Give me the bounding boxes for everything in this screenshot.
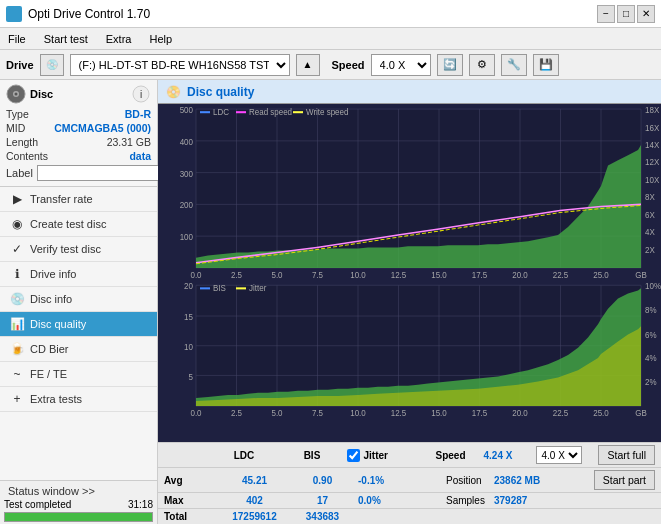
sidebar-item-label: Extra tests — [30, 393, 82, 405]
svg-text:BIS: BIS — [213, 284, 226, 293]
fe-te-icon: ~ — [10, 367, 24, 381]
sidebar-item-create-test-disc[interactable]: ◉ Create test disc — [0, 212, 157, 237]
sidebar-item-extra-tests[interactable]: + Extra tests — [0, 387, 157, 412]
disc-type-value: BD-R — [125, 108, 151, 120]
disc-quality-icon: 📊 — [10, 317, 24, 331]
menu-file[interactable]: File — [4, 31, 30, 47]
svg-text:12X: 12X — [645, 158, 660, 167]
svg-text:i: i — [140, 89, 142, 100]
svg-point-2 — [15, 93, 18, 96]
sidebar-item-disc-info[interactable]: 💿 Disc info — [0, 287, 157, 312]
status-window-button[interactable]: Status window >> — [4, 483, 153, 499]
avg-jitter-value: -0.1% — [358, 475, 438, 486]
drive-icon-btn[interactable]: 💿 — [40, 54, 64, 76]
svg-text:25.0: 25.0 — [593, 271, 609, 280]
disc-quality-header-icon: 📀 — [166, 85, 181, 99]
status-bar: Status window >> Test completed 31:18 — [0, 480, 157, 524]
svg-text:6%: 6% — [645, 330, 657, 339]
position-value: 23862 MB — [494, 475, 540, 486]
svg-text:17.5: 17.5 — [472, 409, 488, 418]
ldc-column-header: LDC — [211, 450, 276, 461]
sidebar-item-label: Create test disc — [30, 218, 106, 230]
cd-bier-icon: 🍺 — [10, 342, 24, 356]
disc-mid-value: CMCMAGBA5 (000) — [54, 122, 151, 134]
charts-wrapper: 500 400 300 200 100 18X 16X 14X 12X 10X … — [158, 104, 661, 442]
disc-length-row: Length 23.31 GB — [6, 136, 151, 148]
menu-extra[interactable]: Extra — [102, 31, 136, 47]
disc-contents-row: Contents data — [6, 150, 151, 162]
position-label: Position — [446, 475, 486, 486]
restore-button[interactable]: □ — [617, 5, 635, 23]
svg-text:500: 500 — [180, 106, 194, 115]
sidebar: Disc i Type BD-R MID CMCMAGBA5 (000) Len… — [0, 80, 158, 524]
status-text-row: Test completed 31:18 — [4, 499, 153, 510]
svg-text:10%: 10% — [645, 282, 661, 291]
disc-panel-icon: i — [131, 84, 151, 104]
sidebar-item-transfer-rate[interactable]: ▶ Transfer rate — [0, 187, 157, 212]
svg-rect-54 — [293, 111, 303, 113]
total-ldc-value: 17259612 — [222, 511, 287, 522]
create-test-disc-icon: ◉ — [10, 217, 24, 231]
sidebar-item-disc-quality[interactable]: 📊 Disc quality — [0, 312, 157, 337]
sidebar-item-fe-te[interactable]: ~ FE / TE — [0, 362, 157, 387]
svg-text:400: 400 — [180, 138, 194, 147]
sidebar-item-label: Transfer rate — [30, 193, 93, 205]
svg-text:0.0: 0.0 — [190, 409, 202, 418]
verify-test-disc-icon: ✓ — [10, 242, 24, 256]
disc-label-row: Label 🔍 — [6, 164, 151, 182]
total-bis-value: 343683 — [295, 511, 350, 522]
sidebar-item-verify-test-disc[interactable]: ✓ Verify test disc — [0, 237, 157, 262]
drive-select[interactable]: (F:) HL-DT-ST BD-RE WH16NS58 TST4 — [70, 54, 290, 76]
titlebar-left: Opti Drive Control 1.70 — [6, 6, 150, 22]
svg-text:2X: 2X — [645, 245, 655, 254]
sidebar-item-cd-bier[interactable]: 🍺 CD Bier — [0, 337, 157, 362]
settings-button2[interactable]: 🔧 — [501, 54, 527, 76]
svg-text:10.0: 10.0 — [350, 271, 366, 280]
start-part-button[interactable]: Start part — [594, 470, 655, 490]
svg-text:20.0: 20.0 — [512, 409, 528, 418]
svg-text:7.5: 7.5 — [312, 409, 324, 418]
svg-text:Jitter: Jitter — [249, 284, 267, 293]
svg-text:8%: 8% — [645, 306, 657, 315]
avg-label: Avg — [164, 475, 214, 486]
jitter-checkbox[interactable] — [347, 449, 360, 462]
close-button[interactable]: ✕ — [637, 5, 655, 23]
app-title: Opti Drive Control 1.70 — [28, 7, 150, 21]
menu-help[interactable]: Help — [145, 31, 176, 47]
speed-select[interactable]: 4.0 X 2.0 X 6.0 X 8.0 X — [371, 54, 431, 76]
svg-text:14X: 14X — [645, 141, 660, 150]
svg-text:0.0: 0.0 — [190, 271, 202, 280]
speed-stat-select[interactable]: 4.0 X — [536, 446, 582, 464]
menu-start-test[interactable]: Start test — [40, 31, 92, 47]
svg-rect-99 — [236, 287, 246, 289]
refresh-button[interactable]: 🔄 — [437, 54, 463, 76]
menubar: File Start test Extra Help — [0, 28, 661, 50]
svg-text:12.5: 12.5 — [391, 271, 407, 280]
svg-text:4%: 4% — [645, 354, 657, 363]
sidebar-item-label: Verify test disc — [30, 243, 101, 255]
eject-button[interactable]: ▲ — [296, 54, 320, 76]
jitter-column-header: Jitter — [363, 450, 387, 461]
minimize-button[interactable]: − — [597, 5, 615, 23]
svg-rect-97 — [200, 287, 210, 289]
disc-type-label: Type — [6, 108, 29, 120]
disc-quality-title: Disc quality — [187, 85, 254, 99]
disc-label-input[interactable] — [37, 165, 170, 181]
max-ldc-value: 402 — [222, 495, 287, 506]
sidebar-item-drive-info[interactable]: ℹ Drive info — [0, 262, 157, 287]
status-text: Test completed — [4, 499, 71, 510]
settings-button1[interactable]: ⚙ — [469, 54, 495, 76]
content-area: 📀 Disc quality — [158, 80, 661, 524]
svg-rect-52 — [236, 111, 246, 113]
svg-text:GB: GB — [635, 409, 647, 418]
svg-text:100: 100 — [180, 233, 194, 242]
disc-panel-title: Disc — [30, 88, 53, 100]
svg-text:GB: GB — [635, 271, 647, 280]
svg-text:8X: 8X — [645, 193, 655, 202]
svg-text:15.0: 15.0 — [431, 271, 447, 280]
titlebar-controls: − □ ✕ — [597, 5, 655, 23]
start-full-button[interactable]: Start full — [598, 445, 655, 465]
save-button[interactable]: 💾 — [533, 54, 559, 76]
svg-text:2.5: 2.5 — [231, 271, 243, 280]
drivebar: Drive 💿 (F:) HL-DT-ST BD-RE WH16NS58 TST… — [0, 50, 661, 80]
